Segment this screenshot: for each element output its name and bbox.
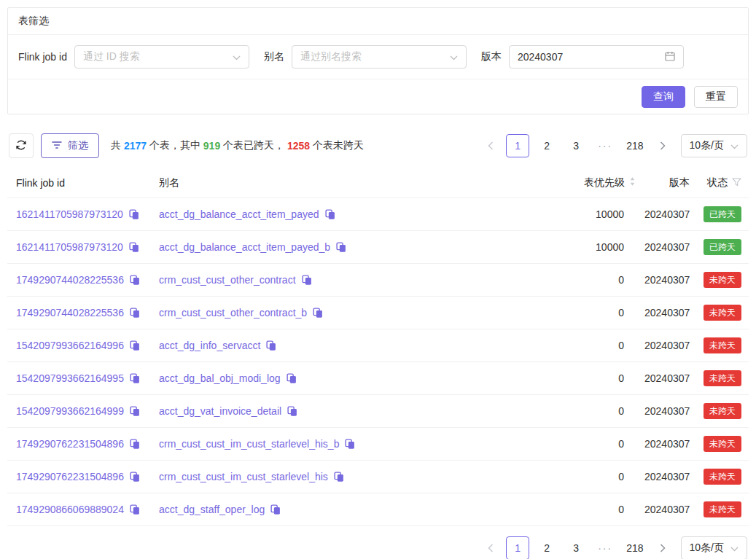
funnel-filter-icon[interactable] xyxy=(732,177,741,189)
alias-link[interactable]: crm_cust_cust_im_cust_starlevel_his xyxy=(159,471,328,482)
job-id-link[interactable]: 1542097993662164996 xyxy=(16,340,124,351)
alias-link[interactable]: crm_cust_cust_other_contract_b xyxy=(159,307,307,318)
copy-icon[interactable] xyxy=(130,504,140,515)
table-row: 1749290762231504896 crm_cust_cust_im_cus… xyxy=(7,461,749,493)
pages-ellipsis[interactable]: ··· xyxy=(593,536,617,559)
summary-uncrossed-count: 1258 xyxy=(287,140,310,152)
next-page-button[interactable] xyxy=(653,134,672,157)
priority-cell: 10000 xyxy=(527,208,644,220)
column-header-version: 版本 xyxy=(644,176,693,189)
priority-cell: 0 xyxy=(527,274,644,286)
refresh-button[interactable] xyxy=(9,133,34,158)
version-date-input[interactable]: 20240307 xyxy=(509,45,684,69)
filter-card: 表筛选 Flink job id 通过 ID 搜索 别名 通过别名搜索 xyxy=(7,7,749,114)
copy-icon[interactable] xyxy=(130,472,140,482)
alias-link[interactable]: crm_cust_cust_other_contract xyxy=(159,274,296,286)
copy-icon[interactable] xyxy=(130,340,140,351)
status-badge: 未跨天 xyxy=(704,436,741,452)
version-cell: 20240307 xyxy=(644,471,693,482)
column-header-alias: 别名 xyxy=(153,176,527,189)
status-badge: 未跨天 xyxy=(704,370,741,386)
priority-cell: 0 xyxy=(527,438,644,450)
job-id-link[interactable]: 1749290744028225536 xyxy=(16,274,124,286)
page-button[interactable]: 1 xyxy=(506,536,529,559)
query-button[interactable]: 查询 xyxy=(642,86,685,108)
filter-card-body: Flink job id 通过 ID 搜索 别名 通过别名搜索 版本 2024 xyxy=(8,35,748,79)
copy-icon[interactable] xyxy=(130,308,140,318)
copy-icon[interactable] xyxy=(129,209,139,219)
page-size-select[interactable]: 10条/页 xyxy=(681,536,747,559)
jobs-table: Flink job id 别名 表优先级 版本 状态 xyxy=(7,168,749,526)
alias-link[interactable]: acct_dg_staff_oper_log xyxy=(159,504,265,515)
copy-icon[interactable] xyxy=(334,472,344,482)
job-id-link[interactable]: 1621411705987973120 xyxy=(16,241,123,253)
job-id-link[interactable]: 1749290744028225536 xyxy=(16,307,124,318)
job-id-link[interactable]: 1749290762231504896 xyxy=(16,438,124,450)
alias-select[interactable]: 通过别名搜索 xyxy=(292,45,467,69)
job-id-link[interactable]: 1749290762231504896 xyxy=(16,471,124,482)
version-cell: 20240307 xyxy=(644,372,693,384)
page-size-value: 10条/页 xyxy=(690,542,724,555)
pages-ellipsis[interactable]: ··· xyxy=(593,134,617,157)
column-header-status: 状态 xyxy=(693,176,749,189)
copy-icon[interactable] xyxy=(129,242,139,252)
pagination-bottom: 123···21810条/页 xyxy=(481,536,747,559)
table-row: 1749290866069889024 acct_dg_staff_oper_l… xyxy=(7,493,749,526)
priority-cell: 0 xyxy=(527,504,644,515)
priority-cell: 0 xyxy=(527,372,644,384)
page-size-select[interactable]: 10条/页 xyxy=(681,134,747,157)
priority-cell: 0 xyxy=(527,340,644,351)
sorter-icon[interactable] xyxy=(629,176,636,189)
alias-link[interactable]: acct_dg_bal_obj_modi_log xyxy=(159,372,281,384)
filter-toggle-button[interactable]: 筛选 xyxy=(41,133,99,158)
table-row: 1621411705987973120 acct_dg_balance_acct… xyxy=(7,198,749,231)
page-button[interactable]: 3 xyxy=(564,536,588,559)
job-id-link[interactable]: 1621411705987973120 xyxy=(16,208,123,220)
alias-link[interactable]: crm_cust_cust_im_cust_starlevel_his_b xyxy=(159,438,339,450)
job-id-link[interactable]: 1749290866069889024 xyxy=(16,504,124,515)
copy-icon[interactable] xyxy=(325,209,335,219)
page-button[interactable]: 3 xyxy=(564,134,588,157)
priority-cell: 0 xyxy=(527,307,644,318)
alias-link[interactable]: acct_dg_vat_invoice_detail xyxy=(159,405,281,417)
alias-placeholder: 通过别名搜索 xyxy=(300,50,362,63)
prev-page-button[interactable] xyxy=(481,536,500,559)
copy-icon[interactable] xyxy=(130,439,140,449)
table-row: 1542097993662164999 acct_dg_vat_invoice_… xyxy=(7,395,749,428)
copy-icon[interactable] xyxy=(336,242,346,252)
copy-icon[interactable] xyxy=(266,340,276,351)
page-button[interactable]: 218 xyxy=(623,134,647,157)
version-cell: 20240307 xyxy=(644,274,693,286)
copy-icon[interactable] xyxy=(130,275,140,285)
page-button[interactable]: 2 xyxy=(535,134,558,157)
alias-link[interactable]: acct_dg_info_servacct xyxy=(159,340,260,351)
column-header-priority[interactable]: 表优先级 xyxy=(527,176,644,189)
copy-icon[interactable] xyxy=(302,275,312,285)
copy-icon[interactable] xyxy=(313,308,323,318)
summary-total-count: 2177 xyxy=(124,140,147,152)
version-cell: 20240307 xyxy=(644,208,693,220)
page-button[interactable]: 218 xyxy=(623,536,647,559)
reset-button[interactable]: 重置 xyxy=(694,86,738,108)
copy-icon[interactable] xyxy=(287,373,297,383)
copy-icon[interactable] xyxy=(270,504,281,515)
page-button[interactable]: 2 xyxy=(535,536,558,559)
copy-icon[interactable] xyxy=(130,406,140,416)
table-row: 1542097993662164995 acct_dg_bal_obj_modi… xyxy=(7,362,749,395)
chevron-down-icon xyxy=(233,51,241,63)
next-page-button[interactable] xyxy=(653,536,672,559)
job-id-link[interactable]: 1542097993662164999 xyxy=(16,405,124,417)
job-id-select[interactable]: 通过 ID 搜索 xyxy=(74,45,249,69)
copy-icon[interactable] xyxy=(130,373,140,383)
summary-text: 共 2177 个表，其中 919 个表已跨天， 1258 个表未跨天 xyxy=(111,139,364,152)
prev-page-button[interactable] xyxy=(481,134,500,157)
pagination-top: 123···21810条/页 xyxy=(481,134,747,157)
job-id-link[interactable]: 1542097993662164995 xyxy=(16,372,124,384)
alias-link[interactable]: acct_dg_balance_acct_item_payed_b xyxy=(159,241,330,253)
status-badge: 未跨天 xyxy=(704,469,741,485)
job-id-placeholder: 通过 ID 搜索 xyxy=(83,50,140,63)
alias-link[interactable]: acct_dg_balance_acct_item_payed xyxy=(159,208,319,220)
copy-icon[interactable] xyxy=(287,406,297,416)
copy-icon[interactable] xyxy=(345,439,355,449)
page-button[interactable]: 1 xyxy=(506,134,529,157)
